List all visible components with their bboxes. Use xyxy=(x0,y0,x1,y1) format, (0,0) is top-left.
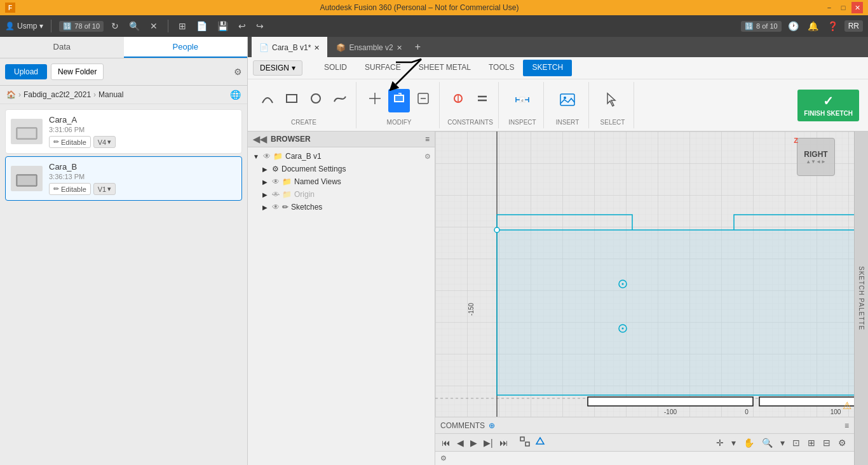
main-layout: Data People Upload New Folder ⚙ 🏠 › Fabd… xyxy=(0,37,868,465)
help-icon[interactable]: ❓ xyxy=(825,20,841,32)
browser-collapse-button[interactable]: ◀◀ xyxy=(253,134,267,144)
zoom-btn[interactable]: 🔍 xyxy=(759,436,775,449)
finish-sketch-button[interactable]: ✓ FINISH SKETCH xyxy=(797,90,859,121)
insert-btn[interactable] xyxy=(552,84,583,116)
search-button[interactable]: 🔍 xyxy=(126,20,142,32)
expand-icon-4[interactable]: ▶ xyxy=(261,203,269,212)
inspect-label: INSPECT xyxy=(508,116,536,126)
orbit-icon[interactable]: ✋ xyxy=(741,436,757,449)
tab-people[interactable]: People xyxy=(124,37,248,58)
ribbon-tab-sketch[interactable]: SKETCH xyxy=(523,60,572,76)
expand-icon-3[interactable]: ▶ xyxy=(261,190,269,199)
constraint-btn-2[interactable] xyxy=(471,89,493,112)
create-btn-1[interactable] xyxy=(257,89,278,112)
viewport[interactable]: 50 -100 100 0 -150 RIGHT ▲▼◄► Z xyxy=(435,131,854,417)
create-btn-2[interactable] xyxy=(281,89,302,112)
breadcrumb-item-2[interactable]: Manual xyxy=(98,90,123,99)
counter-icon-left: 🔢 xyxy=(63,22,72,30)
clock-icon[interactable]: 🕐 xyxy=(785,20,801,32)
list-item[interactable]: Cara_A 3:31:06 PM ✏ Editable V4 ▾ xyxy=(5,109,242,154)
edit-badge[interactable]: ✏ Editable xyxy=(49,136,91,148)
constraint-btn-1[interactable] xyxy=(447,89,469,112)
zoom-dropdown[interactable]: ▾ xyxy=(778,436,787,449)
settings-btn-vp[interactable]: ⚙ xyxy=(836,436,849,449)
version-badge[interactable]: V4 ▾ xyxy=(93,136,116,148)
close-panel-button[interactable]: ✕ xyxy=(147,20,160,32)
file-thumbnail xyxy=(11,166,43,191)
status-settings-icon[interactable]: ⚙ xyxy=(440,454,447,462)
modify-label: MODIFY xyxy=(387,116,412,126)
ribbon-tab-solid[interactable]: SOLID xyxy=(315,60,356,76)
svg-rect-34 xyxy=(759,397,854,406)
vp-dropdown-btn[interactable]: ▾ xyxy=(729,436,738,449)
move-icon[interactable]: ✛ xyxy=(714,436,726,449)
tree-eye-icon-2[interactable]: 👁 xyxy=(272,177,280,186)
nav-play-button[interactable]: ▶ xyxy=(469,436,478,449)
file-icon[interactable]: 📄 xyxy=(194,20,210,32)
tab-close-button-2[interactable]: ✕ xyxy=(397,44,402,52)
globe-icon[interactable]: 🌐 xyxy=(230,90,241,100)
tab-close-button[interactable]: ✕ xyxy=(314,44,320,52)
undo-button[interactable]: ↩ xyxy=(236,20,248,32)
ribbon-group-create: CREATE xyxy=(252,82,356,128)
redo-button[interactable]: ↪ xyxy=(254,20,266,32)
refresh-button[interactable]: ↻ xyxy=(109,20,121,32)
tree-visibility-icon[interactable]: 👁 xyxy=(263,152,271,161)
svg-point-27 xyxy=(494,227,499,232)
tree-settings-icon[interactable]: ⚙ xyxy=(424,152,431,161)
version-badge[interactable]: V1 ▾ xyxy=(93,183,116,195)
user-menu[interactable]: 👤 Usmp ▾ xyxy=(5,22,43,30)
chevron-icon: ▾ xyxy=(107,185,111,193)
tree-eye-icon-3[interactable]: 👁 xyxy=(272,190,280,199)
grid-view-btn[interactable]: ⊞ xyxy=(805,436,818,449)
list-item[interactable]: Cara_B 3:36:13 PM ✏ Editable V1 ▾ xyxy=(5,156,242,201)
tree-item-origin[interactable]: ▶ 👁 📁 Origin xyxy=(248,188,435,201)
view-cube[interactable]: RIGHT ▲▼◄► xyxy=(797,138,835,176)
tree-item-document-settings[interactable]: ▶ ⚙ Document Settings xyxy=(248,163,435,175)
minimize-button[interactable]: − xyxy=(824,2,835,13)
new-folder-button[interactable]: New Folder xyxy=(51,64,104,80)
inspect-btn[interactable]: d xyxy=(506,84,538,116)
maximize-button[interactable]: □ xyxy=(837,2,849,13)
upload-button[interactable]: Upload xyxy=(5,64,47,79)
save-icon[interactable]: 💾 xyxy=(215,20,231,32)
select-btn[interactable] xyxy=(597,84,628,116)
grid-icon[interactable]: ⊞ xyxy=(176,20,189,32)
add-comment-button[interactable]: ⊕ xyxy=(489,421,495,430)
nav-prev-button[interactable]: ◀ xyxy=(456,436,465,449)
create-btn-3[interactable] xyxy=(305,89,327,112)
design-mode-button[interactable]: DESIGN ▾ xyxy=(253,60,302,76)
nav-next-button[interactable]: ▶| xyxy=(482,436,494,449)
display-btn[interactable]: ⊟ xyxy=(820,436,833,449)
expand-icon[interactable]: ▶ xyxy=(261,165,269,173)
tab-data[interactable]: Data xyxy=(0,37,124,58)
breadcrumb-item-1[interactable]: Fabdig_ac2t2_2021 xyxy=(24,90,91,99)
ribbon-tab-tools[interactable]: TOOLS xyxy=(480,60,523,76)
home-icon[interactable]: 🏠 xyxy=(6,90,16,99)
create-btn-4[interactable] xyxy=(329,89,351,112)
tab-cara-b[interactable]: 📄 Cara_B v1* ✕ xyxy=(252,37,327,57)
tree-eye-icon-4[interactable]: 👁 xyxy=(272,203,280,212)
frame-select-btn[interactable] xyxy=(519,435,531,450)
tab-ensamble[interactable]: 📦 Ensamble v2 ✕ xyxy=(329,37,409,57)
nav-first-button[interactable]: ⏮ xyxy=(440,436,452,449)
close-button[interactable]: ✕ xyxy=(851,2,863,13)
fit-view-btn[interactable]: ⊡ xyxy=(790,436,803,449)
settings-icon[interactable]: ⚙ xyxy=(234,67,242,77)
edit-badge[interactable]: ✏ Editable xyxy=(49,183,91,195)
tree-item-named-views[interactable]: ▶ 👁 📁 Named Views xyxy=(248,175,435,188)
add-tab-button[interactable]: + xyxy=(411,41,424,53)
tree-collapse-icon[interactable]: ▼ xyxy=(252,152,261,161)
expand-icon-2[interactable]: ▶ xyxy=(261,177,269,186)
frame-mark-btn[interactable] xyxy=(534,435,546,450)
sketch-palette-panel[interactable]: SKETCH PALETTE xyxy=(854,131,868,465)
tree-root[interactable]: ▼ 👁 📁 Cara_B v1 ⚙ xyxy=(248,150,435,163)
comments-collapse-icon[interactable]: ≡ xyxy=(844,421,849,430)
titlebar: F Autodesk Fusion 360 (Personal – Not fo… xyxy=(0,0,868,15)
tree-item-sketches[interactable]: ▶ 👁 ✏ Sketches xyxy=(248,201,435,213)
browser-menu-icon[interactable]: ≡ xyxy=(425,135,430,144)
nav-last-button[interactable]: ⏭ xyxy=(498,436,510,449)
tree-label-2: Named Views xyxy=(294,177,431,186)
bell-icon[interactable]: 🔔 xyxy=(805,20,821,32)
svg-point-32 xyxy=(622,328,624,330)
